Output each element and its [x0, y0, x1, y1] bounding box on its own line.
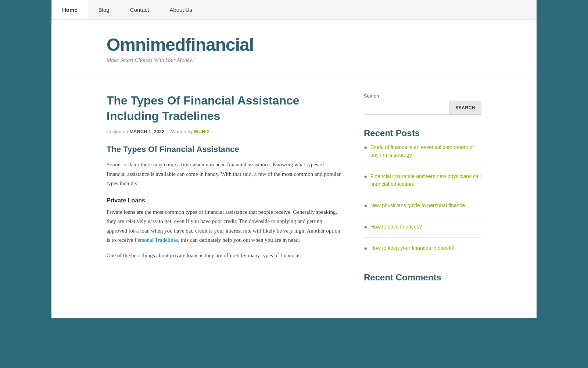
recent-comments-heading: Recent Comments — [364, 272, 481, 283]
private-loans-body: Private loans are the most common types … — [107, 208, 342, 245]
recent-posts-heading: Recent Posts — [364, 128, 481, 138]
recent-post-link-3[interactable]: New physicians guide to personal finance — [370, 202, 465, 209]
section-heading: The Types Of Financial Assistance — [107, 145, 342, 154]
recent-comments-section: Recent Comments — [364, 272, 481, 283]
recent-post-link-1[interactable]: Study of finance is an essential compone… — [370, 144, 481, 159]
article-meta: Posted on March 1, 2022 Written by WUHIX — [107, 129, 342, 134]
bullet-icon-4: ● — [364, 224, 368, 230]
search-section: Search SEARCH — [364, 93, 481, 115]
article-date: March 1, 2022 — [129, 129, 164, 134]
search-row: SEARCH — [364, 101, 481, 115]
search-label: Search — [364, 93, 481, 99]
recent-post-3: ● New physicians guide to personal finan… — [364, 202, 481, 216]
recent-post-4: ● How to save finances? — [364, 223, 481, 238]
bullet-icon-2: ● — [364, 173, 368, 180]
bullet-icon-1: ● — [364, 144, 368, 151]
sidebar: Search SEARCH Recent Posts ● Study of fi… — [364, 93, 481, 296]
posted-on-label: Posted on — [107, 129, 128, 134]
recent-post-2: ● Financial insurance answers new physic… — [364, 173, 481, 195]
recent-post-link-4[interactable]: How to save finances? — [370, 223, 422, 231]
article-author: WUHIX — [194, 129, 210, 134]
site-tagline: Make Smart Choices With Your Money! — [107, 57, 481, 63]
recent-post-link-5[interactable]: How to keep your finances in check? — [370, 244, 454, 252]
private-loans-heading: Private Loans — [107, 197, 342, 204]
content-area: The Types Of Financial Assistance Includ… — [51, 78, 537, 318]
personal-tradelines-link[interactable]: Personal Tradelines — [135, 237, 178, 243]
search-button[interactable]: SEARCH — [449, 101, 481, 115]
site-header: Omnimedfinancial Make Smart Choices With… — [51, 20, 537, 78]
recent-post-link-2[interactable]: Financial insurance answers new physicia… — [370, 173, 481, 188]
recent-post-1: ● Study of finance is an essential compo… — [364, 144, 481, 166]
site-title: Omnimedfinancial — [107, 35, 481, 55]
recent-posts-section: Recent Posts ● Study of finance is an es… — [364, 128, 481, 259]
search-input[interactable] — [364, 101, 449, 115]
written-by-label: Written by — [171, 129, 193, 134]
bullet-icon-3: ● — [364, 202, 368, 209]
nav-item-home[interactable]: Home — [51, 0, 88, 20]
nav-item-blog[interactable]: Blog — [88, 0, 120, 20]
nav-item-about[interactable]: About Us — [159, 0, 202, 20]
navigation: Home Blog Contact About Us — [51, 0, 537, 20]
main-content: The Types Of Financial Assistance Includ… — [107, 93, 342, 296]
nav-item-contact[interactable]: Contact — [120, 0, 159, 20]
recent-post-5: ● How to keep your finances in check? — [364, 244, 481, 259]
private-loans-body2: One of the best things about private loa… — [107, 251, 342, 261]
bullet-icon-5: ● — [364, 245, 368, 252]
article-title: The Types Of Financial Assistance Includ… — [107, 93, 342, 124]
intro-text: Sooner or later there may come a time wh… — [107, 160, 342, 188]
private-loans-text2: , this can definately help you out when … — [178, 237, 300, 243]
